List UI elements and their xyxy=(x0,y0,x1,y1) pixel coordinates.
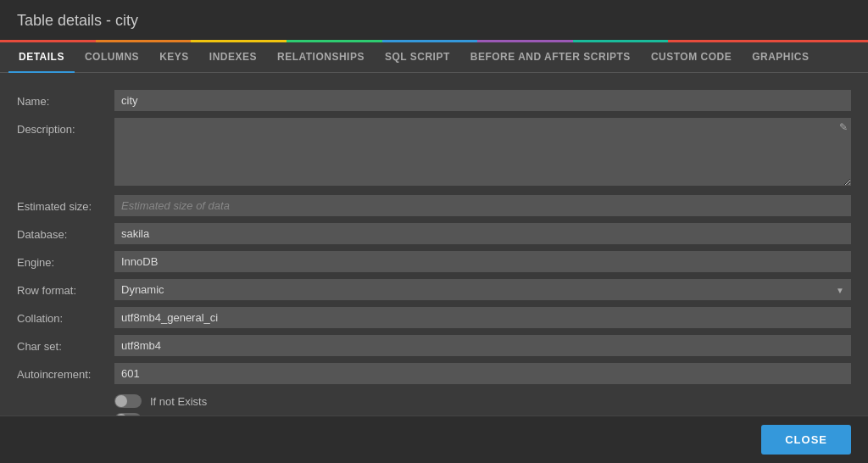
name-field-wrapper xyxy=(114,90,851,111)
collation-label: Collation: xyxy=(17,307,114,325)
details-content: Name: Description: ✎ Estimated size: Dat… xyxy=(0,73,868,416)
estimated-size-input[interactable] xyxy=(114,195,851,216)
autoincrement-row: Autoincrement: xyxy=(17,363,851,384)
name-label: Name: xyxy=(17,90,114,108)
collation-row: Collation: xyxy=(17,307,851,328)
collation-input[interactable] xyxy=(114,307,851,328)
row-format-wrapper: Dynamic Compact Redundant Compressed ▼ xyxy=(114,279,851,300)
estimated-size-label: Estimated size: xyxy=(17,195,114,213)
engine-label: Engine: xyxy=(17,251,114,269)
dialog-title: Table details - city xyxy=(0,0,868,40)
row-format-row: Row format: Dynamic Compact Redundant Co… xyxy=(17,279,851,300)
engine-wrapper xyxy=(114,251,851,272)
estimated-size-wrapper xyxy=(114,195,851,216)
tabs-row: DETAILS COLUMNS KEYS INDEXES RELATIONSHI… xyxy=(0,42,868,72)
tab-sql-script[interactable]: SQL SCRIPT xyxy=(375,42,460,73)
close-button[interactable]: CLOSE xyxy=(761,425,851,455)
tab-keys[interactable]: KEYS xyxy=(149,42,199,73)
name-input[interactable] xyxy=(114,90,851,111)
description-row: Description: ✎ xyxy=(17,118,851,188)
title-text: Table details - city xyxy=(17,12,138,29)
engine-input[interactable] xyxy=(114,251,851,272)
tab-relationships[interactable]: RELATIONSHIPS xyxy=(267,42,375,73)
toggles-wrapper: If not Exists Temporary xyxy=(114,394,207,416)
database-wrapper xyxy=(114,223,851,244)
char-set-label: Char set: xyxy=(17,335,114,353)
tab-indexes[interactable]: INDEXES xyxy=(199,42,267,73)
dialog-footer: CLOSE xyxy=(0,416,868,463)
estimated-size-row: Estimated size: xyxy=(17,195,851,216)
tabs-container: DETAILS COLUMNS KEYS INDEXES RELATIONSHI… xyxy=(0,40,868,73)
description-textarea[interactable] xyxy=(114,118,851,186)
toggles-spacer xyxy=(17,391,114,396)
name-row: Name: xyxy=(17,90,851,111)
tab-details[interactable]: DETAILS xyxy=(8,42,75,73)
if-not-exists-toggle[interactable] xyxy=(114,394,142,408)
description-wrapper: ✎ xyxy=(114,118,851,188)
if-not-exists-label: If not Exists xyxy=(150,395,207,408)
char-set-wrapper xyxy=(114,335,851,356)
toggles-row: If not Exists Temporary xyxy=(17,391,851,416)
collation-wrapper xyxy=(114,307,851,328)
engine-row: Engine: xyxy=(17,251,851,272)
if-not-exists-row: If not Exists xyxy=(114,394,207,408)
database-input[interactable] xyxy=(114,223,851,244)
table-details-dialog: Table details - city DETAILS COLUMNS KEY… xyxy=(0,0,868,463)
tab-custom-code[interactable]: CUSTOM CODE xyxy=(641,42,742,73)
char-set-row: Char set: xyxy=(17,335,851,356)
description-label: Description: xyxy=(17,118,114,136)
temporary-toggle[interactable] xyxy=(114,413,142,416)
tab-columns[interactable]: COLUMNS xyxy=(75,42,149,73)
edit-icon[interactable]: ✎ xyxy=(839,121,848,133)
autoincrement-label: Autoincrement: xyxy=(17,363,114,381)
row-format-label: Row format: xyxy=(17,279,114,297)
if-not-exists-knob xyxy=(115,395,127,407)
database-label: Database: xyxy=(17,223,114,241)
database-row: Database: xyxy=(17,223,851,244)
tab-before-after-scripts[interactable]: BEFORE AND AFTER SCRIPTS xyxy=(460,42,641,73)
temporary-knob xyxy=(115,414,127,416)
autoincrement-wrapper xyxy=(114,363,851,384)
row-format-select[interactable]: Dynamic Compact Redundant Compressed xyxy=(114,279,851,300)
autoincrement-input[interactable] xyxy=(114,363,851,384)
char-set-input[interactable] xyxy=(114,335,851,356)
tab-graphics[interactable]: GRAPHICS xyxy=(742,42,819,73)
